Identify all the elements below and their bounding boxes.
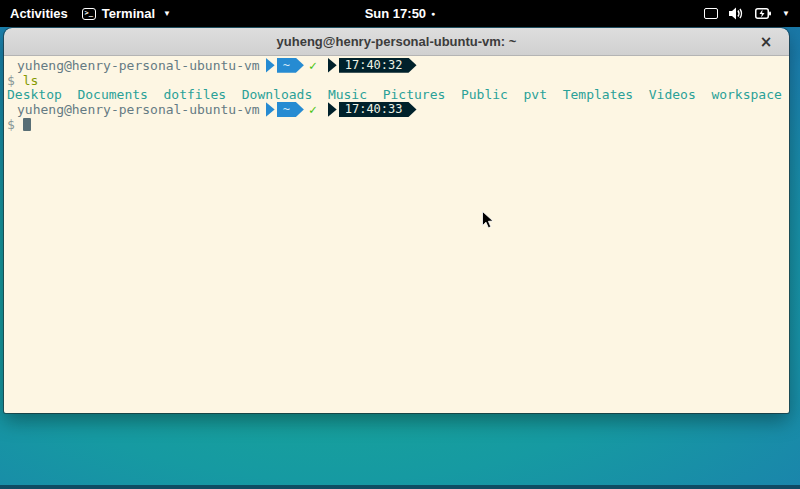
command-line: $ ls <box>7 73 787 88</box>
typed-command: ls <box>23 73 39 88</box>
prompt-line-1: yuheng@henry-personal-ubuntu-vm ~ ✓ 17:4… <box>7 58 787 73</box>
cwd-segment: ~ <box>277 58 304 73</box>
notification-dot-icon: ● <box>431 10 435 17</box>
window-title: yuheng@henry-personal-ubuntu-vm: ~ <box>277 34 517 49</box>
clock[interactable]: Sun 17:50 <box>365 6 426 21</box>
app-menu-terminal[interactable]: >_ Terminal ▼ <box>82 6 171 21</box>
close-button[interactable]: × <box>757 33 775 51</box>
time-segment: 17:40:33 <box>339 102 417 117</box>
directory-name: Music <box>328 87 367 102</box>
directory-name: Desktop <box>7 87 62 102</box>
chevron-down-icon: ▼ <box>163 9 171 18</box>
system-status-area[interactable]: ▼ <box>704 0 794 27</box>
prompt-line-2: yuheng@henry-personal-ubuntu-vm ~ ✓ 17:4… <box>7 102 787 117</box>
cwd-segment: ~ <box>277 102 304 117</box>
current-input-line[interactable]: $ <box>7 117 787 132</box>
gnome-top-bar: Activities >_ Terminal ▼ Sun 17:50 ● ▼ <box>0 0 800 27</box>
directory-name: Documents <box>77 87 147 102</box>
powerline-arrow-icon <box>328 58 337 73</box>
display-icon <box>704 8 718 19</box>
directory-name: Pictures <box>383 87 446 102</box>
prompt-user-host: yuheng@henry-personal-ubuntu-vm <box>17 58 260 73</box>
mouse-pointer-icon <box>482 211 494 229</box>
directory-name: Public <box>461 87 508 102</box>
ls-output-line: Desktop Documents dotfiles Downloads Mus… <box>7 87 787 102</box>
volume-icon <box>729 7 744 20</box>
directory-name: workspace <box>711 87 781 102</box>
directory-name: Videos <box>649 87 696 102</box>
terminal-content[interactable]: yuheng@henry-personal-ubuntu-vm ~ ✓ 17:4… <box>4 56 789 413</box>
time-label: 17:40:32 <box>345 58 403 72</box>
chevron-down-icon: ▼ <box>782 9 790 18</box>
directory-name: pvt <box>524 87 547 102</box>
powerline-arrow-icon <box>266 102 275 117</box>
directory-name: Templates <box>563 87 633 102</box>
activities-button[interactable]: Activities <box>10 6 68 21</box>
prompt-user-host: yuheng@henry-personal-ubuntu-vm <box>17 102 260 117</box>
window-titlebar[interactable]: yuheng@henry-personal-ubuntu-vm: ~ × <box>4 28 789 56</box>
directory-name: Downloads <box>242 87 312 102</box>
battery-charging-icon <box>755 8 771 19</box>
app-menu-label: Terminal <box>102 6 155 21</box>
powerline-arrow-icon <box>328 102 337 117</box>
powerline-arrow-icon <box>266 58 275 73</box>
terminal-icon: >_ <box>82 8 96 20</box>
time-label: 17:40:33 <box>345 102 403 116</box>
text-cursor <box>23 118 31 131</box>
time-segment: 17:40:32 <box>339 58 417 73</box>
terminal-window: yuheng@henry-personal-ubuntu-vm: ~ × yuh… <box>4 28 789 413</box>
directory-name: dotfiles <box>164 87 227 102</box>
status-check-icon: ✓ <box>309 58 317 73</box>
cwd-label: ~ <box>283 58 290 72</box>
prompt-char: $ <box>7 117 15 132</box>
cwd-label: ~ <box>283 102 290 116</box>
prompt-char: $ <box>7 73 15 88</box>
status-check-icon: ✓ <box>309 102 317 117</box>
